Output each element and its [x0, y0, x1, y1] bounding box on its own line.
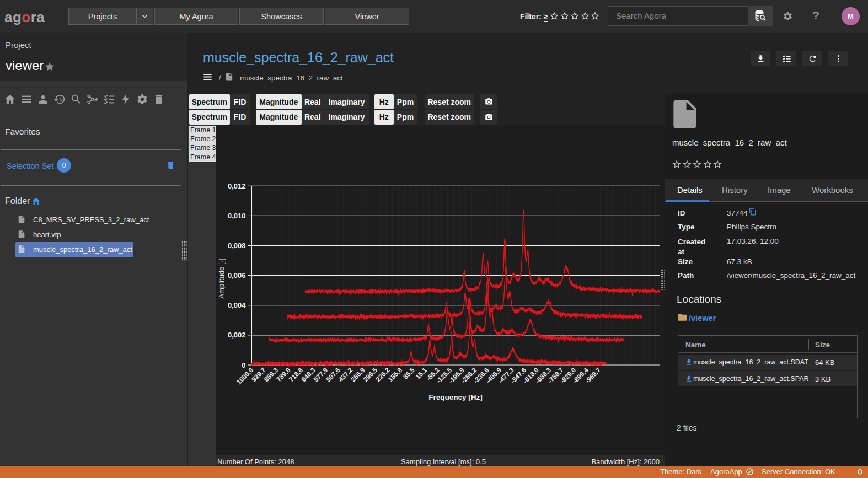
- svg-text:0: 0: [242, 361, 245, 369]
- svg-text:Amplitude [-]: Amplitude [-]: [217, 259, 226, 299]
- svg-text:Frequency [Hz]: Frequency [Hz]: [428, 393, 483, 401]
- svg-text:0,002: 0,002: [228, 331, 246, 339]
- svg-text:0,004: 0,004: [228, 301, 246, 309]
- svg-text:Bandwidth [Hz]: 2000: Bandwidth [Hz]: 2000: [591, 458, 660, 466]
- svg-text:0,010: 0,010: [228, 212, 246, 220]
- svg-text:0,008: 0,008: [228, 241, 246, 250]
- svg-text:Sampling Interval [ms]: 0.5: Sampling Interval [ms]: 0.5: [401, 458, 486, 466]
- svg-text:0,012: 0,012: [228, 182, 246, 190]
- svg-text:Number Of Points: 2048: Number Of Points: 2048: [217, 458, 294, 466]
- svg-text:0,006: 0,006: [228, 271, 246, 280]
